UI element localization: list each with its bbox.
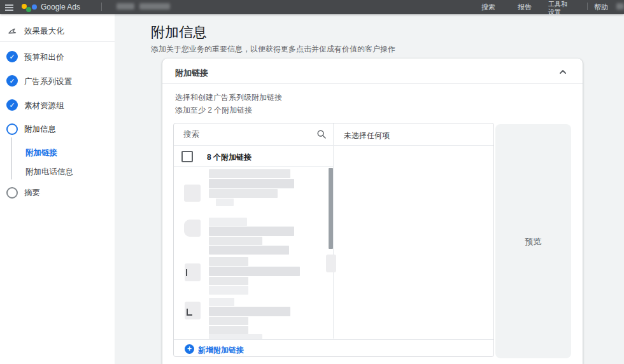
add-sitelink-button[interactable]: + 新增附加链接 xyxy=(174,340,333,357)
google-ads-campaign-builder: Google Ads 搜索 报告 工具和 设置 帮助 效果最大化 ✓ 预算和出价 xyxy=(0,0,624,364)
page-title: 附加信息 xyxy=(151,23,207,42)
redacted-text-line xyxy=(209,257,248,266)
sidebar-item-asset-groups[interactable]: ✓ 素材资源组 xyxy=(0,99,115,112)
card-description-line1: 选择和创建广告系列级附加链接 xyxy=(175,92,282,103)
select-all-row: 8 个附加链接 xyxy=(174,146,333,166)
logo-green-dot xyxy=(26,7,31,12)
step-completed-icon: ✓ xyxy=(6,75,18,87)
redacted-text-line xyxy=(209,277,248,285)
logo-blue-dot xyxy=(32,4,37,10)
sitelinks-card: 附加链接 选择和创建广告系列级附加链接 添加至少 2 个附加链接 未选择任何项 xyxy=(162,59,583,364)
select-all-checkbox[interactable] xyxy=(181,151,193,162)
step-current-icon xyxy=(6,123,18,135)
redacted-text-line xyxy=(209,189,278,198)
sidebar-item-summary[interactable]: 摘要 xyxy=(0,186,115,199)
breadcrumb-redacted-short xyxy=(117,3,134,10)
page-subtitle: 添加关于您业务的重要信息，以便获得更多点击并促成有价值的客户操作 xyxy=(151,44,395,55)
row-checkbox-redacted[interactable] xyxy=(184,220,201,237)
list-scrollbar[interactable] xyxy=(329,167,333,339)
sidebar-item-label: 摘要 xyxy=(24,188,40,198)
campaign-steps-sidebar: 效果最大化 ✓ 预算和出价 ✓ 广告系列设置 ✓ 素材资源组 附加信息 附加链接… xyxy=(0,14,115,364)
plus-icon: + xyxy=(185,344,194,354)
sidebar-divider xyxy=(0,41,115,42)
topbar-search-button[interactable]: 搜索 xyxy=(481,3,495,11)
redacted-text-line xyxy=(209,237,262,245)
topbar-tools-settings-button[interactable]: 工具和 设置 xyxy=(548,0,567,16)
list-divider xyxy=(174,166,333,167)
redacted-text-line xyxy=(216,199,234,206)
preview-panel: 预览 xyxy=(495,124,571,358)
search-input[interactable] xyxy=(174,123,320,144)
topbar-help-button[interactable]: 帮助 xyxy=(594,3,608,11)
top-app-bar: Google Ads 搜索 报告 工具和 设置 帮助 xyxy=(0,0,624,14)
step-completed-icon: ✓ xyxy=(6,99,18,111)
sidebar-item-label: 预算和出价 xyxy=(24,52,64,62)
product-name: Google Ads xyxy=(41,3,80,11)
tools-label-line2: 设置 xyxy=(548,8,567,16)
sidebar-item-label: 附加信息 xyxy=(24,124,56,134)
subitem-label-active: 附加链接 xyxy=(25,148,57,157)
tools-label-line1: 工具和 xyxy=(548,1,567,8)
select-all-label: 8 个附加链接 xyxy=(207,152,252,163)
sidebar-subitem-call-extensions[interactable]: 附加电话信息 xyxy=(25,165,73,176)
redacted-text-line xyxy=(209,179,294,188)
topbar-reports-button[interactable]: 报告 xyxy=(518,3,532,11)
redacted-text-line xyxy=(209,298,234,306)
redacted-text-line xyxy=(209,169,290,178)
collapse-card-button[interactable] xyxy=(555,64,571,80)
topbar-divider-2 xyxy=(587,3,588,10)
hamburger-menu-icon[interactable] xyxy=(5,4,13,12)
search-icon xyxy=(316,129,327,139)
sidebar-item-label: 素材资源组 xyxy=(24,101,64,111)
sidebar-item-campaign-settings[interactable]: ✓ 广告系列设置 xyxy=(0,75,115,88)
row-checkbox-redacted[interactable] xyxy=(184,185,201,202)
redacted-text-line xyxy=(209,267,300,276)
card-header-divider xyxy=(162,83,583,84)
scrollbar-thumb[interactable] xyxy=(329,168,333,249)
sitelink-picker: 未选择任何项 8 个附加链接 xyxy=(173,123,494,357)
redacted-text-line xyxy=(209,326,248,334)
step-connector-line xyxy=(11,137,12,179)
redacted-text-line xyxy=(209,334,262,339)
card-title: 附加链接 xyxy=(175,67,208,79)
sidebar-item-budget-bidding[interactable]: ✓ 预算和出价 xyxy=(0,51,115,64)
redacted-text-line xyxy=(209,286,248,295)
picker-column-divider xyxy=(333,123,334,339)
redaction-artifact xyxy=(187,309,192,316)
topbar-clipped-item xyxy=(616,3,624,10)
subitem-label: 附加电话信息 xyxy=(25,167,73,176)
sidebar-item-extensions[interactable]: 附加信息 xyxy=(0,123,115,136)
sidebar-item-performance-max: 效果最大化 xyxy=(24,26,64,36)
redacted-text-line xyxy=(209,246,289,255)
step-upcoming-icon xyxy=(6,187,18,199)
performance-max-icon xyxy=(8,25,18,36)
selected-panel-header: 未选择任何项 xyxy=(344,130,390,141)
step-completed-icon: ✓ xyxy=(6,51,18,62)
sidebar-subitem-sitelinks[interactable]: 附加链接 xyxy=(25,146,57,157)
topbar-divider xyxy=(101,3,102,11)
redaction-artifact xyxy=(186,269,187,276)
row-checkbox-redacted[interactable] xyxy=(185,302,201,319)
redacted-text-line xyxy=(209,218,247,226)
add-sitelink-label: 新增附加链接 xyxy=(198,345,244,356)
chevron-up-icon xyxy=(555,64,571,80)
row-checkbox-redacted[interactable] xyxy=(185,263,201,281)
redacted-text-line xyxy=(209,307,290,316)
redacted-text-line xyxy=(209,317,248,325)
redacted-text-line xyxy=(209,227,294,236)
preview-label: 预览 xyxy=(495,236,571,248)
sidebar-item-label: 广告系列设置 xyxy=(24,76,72,87)
google-ads-logo[interactable]: Google Ads xyxy=(21,0,104,14)
breadcrumb-redacted-long xyxy=(139,3,170,10)
card-description-line2: 添加至少 2 个附加链接 xyxy=(175,105,252,116)
redaction-artifact xyxy=(326,255,336,272)
